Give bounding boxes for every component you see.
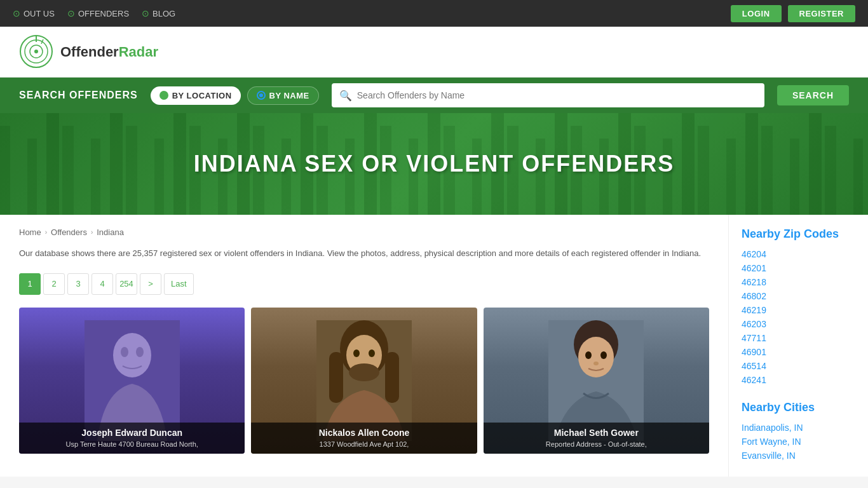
nearby-cities-list: Indianapolis, IN Fort Wayne, IN Evansvil… bbox=[742, 422, 855, 461]
page-254-button[interactable]: 254 bbox=[116, 273, 137, 295]
city-link-0[interactable]: Indianapolis, IN bbox=[742, 423, 803, 433]
sidebar: Nearby Zip Codes 46204 46201 46218 46802… bbox=[728, 215, 868, 477]
svg-point-9 bbox=[136, 347, 144, 357]
offender-address-1: Usp Terre Haute 4700 Bureau Road North, bbox=[25, 440, 238, 449]
offender-info-3: Michael Seth Gower Reported Address - Ou… bbox=[484, 423, 709, 454]
by-name-radio-dot bbox=[257, 91, 266, 100]
search-input-container: 🔍 bbox=[332, 83, 764, 107]
next-page-button[interactable]: > bbox=[140, 273, 161, 295]
search-type-group: BY LOCATION BY NAME bbox=[151, 86, 319, 105]
city-link-1[interactable]: Fort Wayne, IN bbox=[742, 437, 801, 447]
svg-point-21 bbox=[585, 351, 592, 359]
svg-point-8 bbox=[121, 347, 128, 357]
pagination: 1 2 3 4 254 > Last bbox=[19, 273, 709, 295]
logo-bar: OffenderRadar bbox=[0, 27, 868, 78]
blog-icon: ⊙ bbox=[142, 8, 149, 18]
svg-rect-13 bbox=[329, 352, 343, 403]
logo[interactable]: OffenderRadar bbox=[19, 34, 158, 69]
svg-point-23 bbox=[593, 362, 599, 365]
svg-rect-14 bbox=[385, 352, 399, 403]
by-location-radio-dot bbox=[159, 91, 168, 100]
nav-blog-link[interactable]: ⊙ BLOG bbox=[142, 8, 175, 18]
offender-name-1: Joseph Edward Duncan bbox=[25, 428, 238, 438]
zip-codes-title: Nearby Zip Codes bbox=[742, 227, 855, 241]
zip-item-7: 46901 bbox=[742, 346, 855, 358]
zip-item-4: 46219 bbox=[742, 304, 855, 316]
zip-item-6: 47711 bbox=[742, 332, 855, 344]
zip-link-6[interactable]: 47711 bbox=[742, 333, 766, 343]
offender-name-3: Michael Seth Gower bbox=[490, 428, 703, 438]
offender-info-2: Nickalos Allen Coone 1337 Woodfield Ave … bbox=[251, 423, 477, 454]
city-item-0: Indianapolis, IN bbox=[742, 422, 855, 433]
offender-name-2: Nickalos Allen Coone bbox=[257, 428, 470, 438]
top-nav-auth: LOGIN REGISTER bbox=[731, 5, 855, 22]
search-button[interactable]: SEARCH bbox=[777, 85, 849, 105]
svg-point-15 bbox=[349, 363, 379, 381]
city-link-2[interactable]: Evansville, IN bbox=[742, 451, 796, 461]
register-button[interactable]: REGISTER bbox=[788, 5, 855, 22]
zip-item-9: 46241 bbox=[742, 374, 855, 386]
zip-item-0: 46204 bbox=[742, 248, 855, 260]
zip-link-5[interactable]: 46203 bbox=[742, 319, 766, 329]
nav-about-link[interactable]: ⊙ OUT US bbox=[13, 8, 55, 18]
breadcrumb-state: Indiana bbox=[97, 227, 124, 237]
zip-item-5: 46203 bbox=[742, 318, 855, 330]
breadcrumb-sep-1: › bbox=[45, 229, 47, 236]
logo-text: OffenderRadar bbox=[60, 44, 158, 60]
city-item-1: Fort Wayne, IN bbox=[742, 436, 855, 447]
offender-card-3[interactable]: Michael Seth Gower Reported Address - Ou… bbox=[484, 308, 709, 454]
zip-link-4[interactable]: 46219 bbox=[742, 305, 766, 315]
top-nav-links: ⊙ OUT US ⊙ OFFENDERS ⊙ BLOG bbox=[13, 8, 175, 18]
search-offenders-label: SEARCH OFFENDERS bbox=[19, 90, 138, 101]
nav-offenders-link[interactable]: ⊙ OFFENDERS bbox=[67, 8, 129, 18]
search-input[interactable] bbox=[357, 90, 757, 100]
zip-link-1[interactable]: 46201 bbox=[742, 263, 766, 273]
city-item-2: Evansville, IN bbox=[742, 450, 855, 461]
zip-item-3: 46802 bbox=[742, 290, 855, 302]
svg-point-16 bbox=[353, 349, 360, 357]
search-magnifier-icon: 🔍 bbox=[339, 90, 352, 102]
last-page-button[interactable]: Last bbox=[164, 273, 194, 295]
zip-item-2: 46218 bbox=[742, 276, 855, 288]
nav-offenders-label: OFFENDERS bbox=[78, 9, 129, 18]
zip-link-2[interactable]: 46218 bbox=[742, 277, 766, 287]
by-location-option[interactable]: BY LOCATION bbox=[151, 86, 241, 105]
breadcrumb: Home › Offenders › Indiana bbox=[19, 227, 709, 237]
page-description: Our database shows there are 25,357 regi… bbox=[19, 247, 709, 261]
hero-banner: INDIANA SEX OR VIOLENT OFFENDERS bbox=[0, 113, 868, 215]
hero-title: INDIANA SEX OR VIOLENT OFFENDERS bbox=[194, 151, 675, 177]
by-name-label: BY NAME bbox=[269, 91, 309, 100]
page-2-button[interactable]: 2 bbox=[43, 273, 65, 295]
zip-link-8[interactable]: 46514 bbox=[742, 361, 766, 371]
login-button[interactable]: LOGIN bbox=[731, 5, 782, 22]
by-name-option[interactable]: BY NAME bbox=[247, 86, 319, 105]
zip-link-7[interactable]: 46901 bbox=[742, 347, 766, 357]
offenders-icon: ⊙ bbox=[67, 8, 75, 18]
nearby-cities-title: Nearby Cities bbox=[742, 401, 855, 414]
zip-item-8: 46514 bbox=[742, 360, 855, 372]
offender-card-1[interactable]: Joseph Edward Duncan Usp Terre Haute 470… bbox=[19, 308, 245, 454]
offender-info-1: Joseph Edward Duncan Usp Terre Haute 470… bbox=[19, 423, 245, 454]
svg-point-22 bbox=[600, 351, 607, 359]
nav-about-label: OUT US bbox=[24, 9, 55, 18]
offender-card-2[interactable]: Nickalos Allen Coone 1337 Woodfield Ave … bbox=[251, 308, 477, 454]
by-location-label: BY LOCATION bbox=[172, 91, 232, 100]
about-icon: ⊙ bbox=[13, 8, 20, 18]
breadcrumb-home[interactable]: Home bbox=[19, 227, 41, 237]
zip-link-9[interactable]: 46241 bbox=[742, 375, 766, 385]
zip-codes-list: 46204 46201 46218 46802 46219 46203 4771… bbox=[742, 248, 855, 386]
top-navigation: ⊙ OUT US ⊙ OFFENDERS ⊙ BLOG LOGIN REGIST… bbox=[0, 0, 868, 27]
offender-address-2: 1337 Woodfield Ave Apt 102, bbox=[257, 440, 470, 449]
svg-point-20 bbox=[578, 337, 614, 377]
zip-link-3[interactable]: 46802 bbox=[742, 291, 766, 301]
svg-point-17 bbox=[369, 349, 375, 357]
zip-link-0[interactable]: 46204 bbox=[742, 249, 766, 259]
page-1-button[interactable]: 1 bbox=[19, 273, 41, 295]
svg-point-7 bbox=[113, 333, 151, 377]
page-3-button[interactable]: 3 bbox=[67, 273, 89, 295]
search-bar: SEARCH OFFENDERS BY LOCATION BY NAME 🔍 S… bbox=[0, 78, 868, 113]
breadcrumb-offenders[interactable]: Offenders bbox=[51, 227, 87, 237]
content-area: Home › Offenders › Indiana Our database … bbox=[0, 215, 728, 477]
page-4-button[interactable]: 4 bbox=[92, 273, 113, 295]
svg-point-3 bbox=[34, 50, 38, 53]
